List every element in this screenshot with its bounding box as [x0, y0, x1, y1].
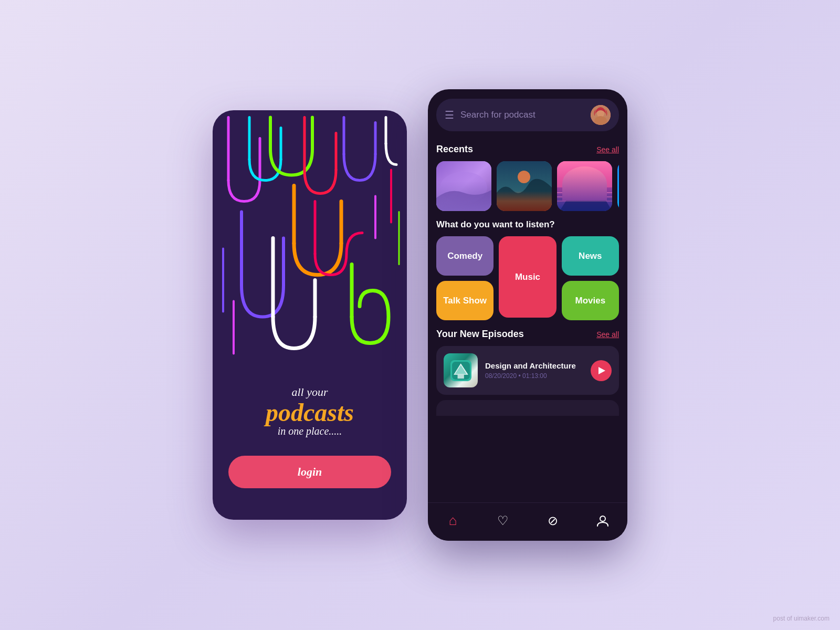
recent-thumb-2[interactable]: [497, 161, 552, 211]
play-icon: [598, 367, 605, 374]
home-icon: ⌂: [449, 513, 457, 529]
episode-info: Design and Architecture 08/20/2020 • 01:…: [485, 361, 583, 380]
recent-thumb-3[interactable]: [557, 161, 612, 211]
recents-see-all[interactable]: See all: [596, 145, 619, 154]
phone-right: ☰ Search for podcast Recents See all: [428, 89, 627, 541]
episodes-header: Your New Episodes See all: [436, 329, 619, 340]
phones-container: all your podcasts in one place..... logi…: [213, 89, 627, 541]
user-avatar[interactable]: [591, 105, 611, 125]
left-phone-content: all your podcasts in one place..... logi…: [213, 385, 407, 488]
episodes-title: Your New Episodes: [436, 329, 524, 340]
watermark: post of uimaker.com: [773, 615, 830, 622]
phone-left: all your podcasts in one place..... logi…: [213, 110, 407, 520]
genre-talkshow-button[interactable]: Talk Show: [436, 281, 494, 320]
episode-meta: 08/20/2020 • 01:13:00: [485, 372, 583, 380]
genre-news-button[interactable]: News: [562, 236, 619, 276]
nav-home[interactable]: ⌂: [440, 510, 466, 531]
recent-thumb-4[interactable]: [617, 161, 619, 211]
search-bar[interactable]: ☰ Search for podcast: [436, 99, 619, 131]
svg-point-32: [566, 178, 603, 197]
genre-grid: Comedy Music News Talk Show Movies: [436, 236, 619, 320]
genre-movies-button[interactable]: Movies: [562, 281, 619, 320]
tagline-line3: in one place.....: [228, 425, 391, 437]
episode-title: Design and Architecture: [485, 361, 583, 370]
user-icon: [596, 514, 610, 528]
tagline-line2: podcasts: [228, 400, 391, 425]
decorative-lines: [213, 110, 407, 376]
episode-card[interactable]: Design and Architecture 08/20/2020 • 01:…: [436, 346, 619, 395]
svg-point-28: [440, 172, 487, 203]
compass-icon: ⊘: [548, 513, 558, 528]
search-input[interactable]: Search for podcast: [460, 110, 584, 120]
recent-thumb-1[interactable]: [436, 161, 491, 211]
svg-point-41: [600, 516, 605, 521]
tagline-line1: all your: [228, 385, 391, 399]
episode-thumbnail: [444, 353, 478, 387]
episodes-section: Your New Episodes See all: [436, 329, 619, 416]
genre-music-button[interactable]: Music: [499, 236, 556, 318]
svg-rect-27: [436, 161, 491, 211]
svg-point-30: [518, 171, 530, 183]
svg-rect-39: [457, 374, 464, 378]
nav-user[interactable]: [590, 510, 616, 531]
nav-compass[interactable]: ⊘: [540, 510, 566, 531]
recents-title: Recents: [436, 144, 473, 155]
episodes-see-all[interactable]: See all: [596, 330, 619, 339]
episode-card-partial: [436, 400, 619, 416]
bottom-nav: ⌂ ♡ ⊘: [428, 502, 627, 541]
heart-icon: ♡: [497, 513, 509, 528]
play-button[interactable]: [591, 360, 612, 381]
main-content: Recents See all: [428, 136, 627, 502]
genre-section-title: What do you want to listen?: [436, 219, 619, 230]
recents-header: Recents See all: [436, 144, 619, 155]
login-button[interactable]: login: [228, 456, 391, 488]
recents-row: [436, 161, 619, 211]
genre-comedy-button[interactable]: Comedy: [436, 236, 494, 276]
hamburger-icon[interactable]: ☰: [445, 109, 454, 121]
nav-heart[interactable]: ♡: [490, 510, 516, 531]
